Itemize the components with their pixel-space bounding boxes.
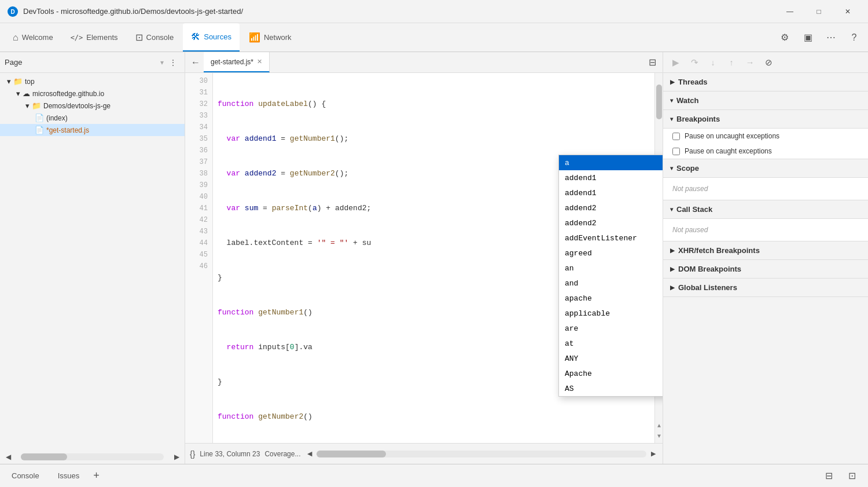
editor-tab-getstarted[interactable]: get-started.js* ✕ xyxy=(204,52,270,72)
close-button[interactable]: ✕ xyxy=(834,2,861,21)
editor-tab-close[interactable]: ✕ xyxy=(257,58,262,65)
h-scroll-left[interactable]: ◀ xyxy=(305,449,314,459)
ac-item-addend2-1[interactable]: addend2 xyxy=(559,200,663,215)
ac-item-addeventlistener[interactable]: addEventListener xyxy=(559,230,663,246)
bottom-tab-issues[interactable]: Issues xyxy=(53,469,84,482)
threads-section-label: Threads xyxy=(678,78,708,86)
ac-item-agreed[interactable]: agreed xyxy=(559,246,663,261)
scope-section-header[interactable]: ▾ Scope xyxy=(663,159,868,178)
ac-item-addend1-1[interactable]: addend1 xyxy=(559,170,663,185)
ac-item-apache-lower[interactable]: apache xyxy=(559,291,663,306)
tab-console[interactable]: ⊡ Console xyxy=(127,23,182,52)
threads-section-header[interactable]: ▶ Threads xyxy=(663,73,868,91)
ac-item-apache[interactable]: Apache xyxy=(559,366,663,381)
global-listeners-section-header[interactable]: ▶ Global Listeners xyxy=(663,279,868,297)
dom-section-header[interactable]: ▶ DOM Breakpoints xyxy=(663,260,868,279)
pause-caught-checkbox[interactable] xyxy=(672,148,680,155)
tab-elements[interactable]: </> Elements xyxy=(62,23,126,52)
tree-item-getstarted-label: *get-started.js xyxy=(46,126,89,134)
breakpoints-section-header[interactable]: ▾ Breakpoints xyxy=(663,110,868,129)
tab-welcome-label: Welcome xyxy=(22,33,53,42)
step-over-button[interactable]: ↷ xyxy=(686,54,703,71)
ac-item-agreed-label: agreed xyxy=(565,249,592,258)
cursor-info: Line 33, Column 23 xyxy=(200,450,260,458)
tab-sources[interactable]: 🛠 Sources xyxy=(183,23,240,52)
editor-collapse-button[interactable]: ⊟ xyxy=(644,54,660,71)
ac-item-a[interactable]: a tab xyxy=(559,155,663,170)
left-scroll-next[interactable]: ▶ xyxy=(171,451,182,463)
scope-section-content: Not paused xyxy=(663,178,868,200)
dock-icon[interactable]: ▣ xyxy=(799,28,817,47)
file-tree: ▾ 📁 top ▾ ☁ microsoftedge.github.io ▾ 📁 … xyxy=(0,73,185,450)
tree-item-index[interactable]: 📄 (index) xyxy=(0,112,185,124)
maximize-button[interactable]: □ xyxy=(806,2,832,21)
step-into-button[interactable]: ↓ xyxy=(705,54,721,71)
bottom-tab-console[interactable]: Console xyxy=(7,469,44,482)
tree-item-getstarted[interactable]: 📄 *get-started.js xyxy=(0,124,185,136)
index-file-icon: 📄 xyxy=(35,113,44,122)
scroll-up-button[interactable]: ▲ xyxy=(655,422,663,430)
ac-item-applicable[interactable]: applicable xyxy=(559,306,663,321)
ac-item-apache-lower-label: apache xyxy=(565,294,592,303)
help-icon[interactable]: ? xyxy=(845,28,863,47)
tree-item-top[interactable]: ▾ 📁 top xyxy=(0,75,185,87)
line-numbers: 30 31 32 33 34 35 36 37 38 39 40 41 42 4… xyxy=(185,73,213,443)
h-scroll-right[interactable]: ▶ xyxy=(649,449,658,459)
tree-item-origin[interactable]: ▾ ☁ microsoftedge.github.io xyxy=(0,87,185,100)
editor-tabs-right: ⊟ xyxy=(644,54,660,71)
ac-item-addend1-2[interactable]: addend1 xyxy=(559,185,663,200)
xhr-chevron-icon: ▶ xyxy=(670,247,675,254)
left-scrollbar[interactable] xyxy=(21,453,164,460)
tree-item-origin-label: microsoftedge.github.io xyxy=(32,90,104,98)
xhr-section-header[interactable]: ▶ XHR/fetch Breakpoints xyxy=(663,241,868,260)
ac-item-as[interactable]: AS xyxy=(559,381,663,396)
demos-expand-icon: ▾ xyxy=(25,101,30,110)
toggle-drawer-button[interactable]: ⊟ xyxy=(819,467,838,485)
step-out-button[interactable]: ↑ xyxy=(723,54,740,71)
watch-section-header[interactable]: ▾ Watch xyxy=(663,91,868,110)
scope-empty-text: Not paused xyxy=(663,178,868,200)
coverage-label[interactable]: Coverage... xyxy=(264,450,300,458)
customize-icon[interactable]: ⚙ xyxy=(775,28,794,47)
ac-item-any[interactable]: ANY xyxy=(559,351,663,366)
horizontal-scrollbar[interactable] xyxy=(317,451,646,457)
expand-console-button[interactable]: ⊡ xyxy=(843,467,861,485)
deactivate-breakpoints-button[interactable]: ⊘ xyxy=(760,54,777,71)
left-scroll-prev[interactable]: ◀ xyxy=(2,451,14,463)
editor-tabs: ← get-started.js* ✕ ⊟ xyxy=(185,52,663,73)
tab-network[interactable]: 📶 Network xyxy=(241,23,300,52)
ac-item-as-label: AS xyxy=(565,385,574,393)
step-button[interactable]: → xyxy=(742,54,758,71)
dom-chevron-icon: ▶ xyxy=(670,266,675,272)
ac-item-at-label: at xyxy=(565,339,574,348)
ac-item-applicable-label: applicable xyxy=(565,309,610,318)
panel-label: Page xyxy=(5,58,158,67)
pause-uncaught-checkbox[interactable] xyxy=(672,133,680,140)
ac-item-at[interactable]: at xyxy=(559,336,663,351)
horizontal-scroll-area: ◀ ▶ xyxy=(305,449,658,459)
top-expand-icon: ▾ xyxy=(7,77,11,86)
window-controls: — □ ✕ xyxy=(777,2,861,21)
minimize-button[interactable]: — xyxy=(777,2,803,21)
ac-item-and[interactable]: and xyxy=(559,276,663,291)
callstack-chevron-icon: ▾ xyxy=(670,206,673,213)
ac-item-addend2-2[interactable]: addend2 xyxy=(559,215,663,230)
resume-button[interactable]: ▶ xyxy=(668,54,684,71)
ac-item-an[interactable]: an xyxy=(559,261,663,276)
format-icon[interactable]: {} xyxy=(190,449,195,459)
more-icon[interactable]: ⋯ xyxy=(822,28,840,47)
tab-welcome[interactable]: ⌂ Welcome xyxy=(5,23,61,52)
panel-header: Page ▾ ⋮ xyxy=(0,52,185,73)
editor-back-button[interactable]: ← xyxy=(187,54,204,71)
code-line-39: function getNumber2() xyxy=(218,411,650,423)
breakpoints-section-label: Breakpoints xyxy=(676,115,720,123)
ac-item-any-label: ANY xyxy=(565,354,578,363)
panel-more-button[interactable]: ⋮ xyxy=(166,56,180,69)
bottom-add-tab-button[interactable]: + xyxy=(93,470,100,482)
callstack-section-header[interactable]: ▾ Call Stack xyxy=(663,200,868,219)
tree-item-index-label: (index) xyxy=(46,114,68,122)
welcome-icon: ⌂ xyxy=(13,32,19,43)
tree-item-demos[interactable]: ▾ 📁 Demos/devtools-js-ge xyxy=(0,100,185,112)
ac-item-are[interactable]: are xyxy=(559,321,663,336)
scroll-down-button[interactable]: ▼ xyxy=(655,433,663,441)
